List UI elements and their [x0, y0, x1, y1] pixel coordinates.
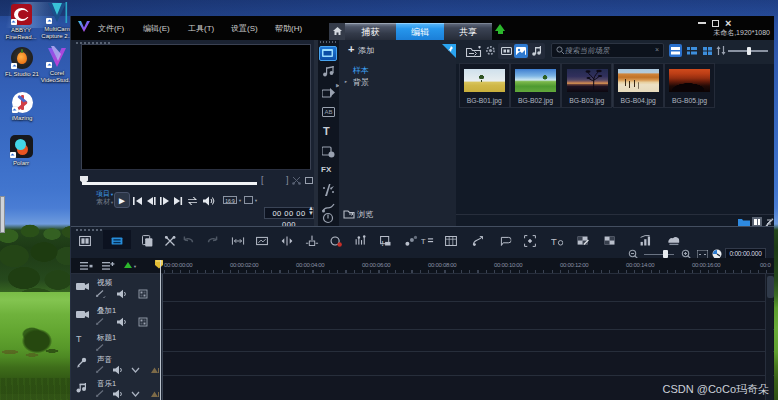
svg-text:!: ! — [382, 240, 384, 247]
svg-text:T: T — [421, 237, 426, 246]
svg-text:T: T — [551, 236, 557, 247]
